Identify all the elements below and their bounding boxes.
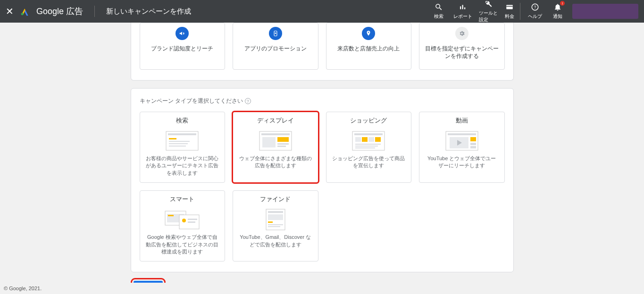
type-desc: YouTube、Gmail、Discover などで広告を配信します — [239, 234, 312, 248]
svg-rect-18 — [277, 137, 289, 142]
svg-rect-41 — [188, 219, 197, 220]
google-ads-logo-icon — [20, 7, 30, 16]
close-icon[interactable]: ✕ — [6, 6, 14, 17]
svg-rect-24 — [362, 137, 368, 142]
type-card-video[interactable]: 動画 YouTube とウェブ全体でユーザーにリーチします — [419, 112, 505, 183]
goal-card-brand-awareness[interactable]: ブランド認知度とリーチ — [140, 23, 226, 70]
type-title: 検索 — [176, 117, 188, 125]
goal-card-no-goal[interactable]: 目標を指定せずにキャンペーンを作成する — [419, 23, 505, 70]
panel-title-row: キャンペーン タイプを選択してください ? — [140, 97, 505, 105]
megaphone-icon — [176, 27, 189, 40]
type-desc: ウェブ全体にさまざまな種類の広告を配信します — [239, 155, 312, 170]
svg-rect-34 — [470, 143, 476, 145]
svg-rect-13 — [169, 143, 188, 144]
header-billing-button[interactable]: 料金 — [504, 3, 520, 20]
svg-rect-2 — [462, 5, 463, 9]
app-download-icon — [269, 27, 282, 40]
type-title: ショッピング — [350, 117, 387, 125]
type-card-smart[interactable]: スマート Google 検索やウェブ全体で自動広告を配信してビジネスの目標達成を… — [140, 190, 226, 261]
svg-rect-10 — [168, 133, 196, 135]
svg-rect-35 — [470, 146, 476, 148]
type-title: ファインド — [260, 196, 291, 204]
type-desc: Google 検索やウェブ全体で自動広告を配信してビジネスの目標達成を図ります — [146, 234, 219, 255]
svg-rect-44 — [268, 211, 283, 213]
type-card-search[interactable]: 検索 お客様の商品やサービスに関心があるユーザーにテキスト広告を表示します — [140, 112, 226, 183]
wrench-icon — [484, 0, 493, 9]
goal-card-app-promotion[interactable]: アプリのプロモーション — [233, 23, 318, 70]
type-card-shopping[interactable]: ショッピング ショッピング広告を使って商品を宣伝します — [326, 112, 412, 183]
svg-rect-47 — [268, 224, 283, 225]
header-help-label: ヘルプ — [528, 13, 542, 20]
svg-rect-23 — [355, 137, 361, 142]
illus-smart-icon — [163, 208, 201, 231]
goal-label: ブランド認知度とリーチ — [151, 45, 213, 53]
goal-label: アプリのプロモーション — [244, 45, 307, 53]
illus-video-icon — [443, 130, 481, 152]
header-tools-label: ツールと 設定 — [479, 10, 498, 23]
svg-rect-11 — [169, 138, 176, 139]
illus-shopping-icon — [350, 130, 387, 152]
svg-rect-4 — [506, 5, 513, 9]
svg-rect-33 — [470, 137, 476, 141]
app-header: ✕ Google 広告 新しいキャンペーンを作成 検索 レポート ツールと 設定… — [0, 0, 644, 23]
brand-label: Google 広告 — [36, 6, 83, 17]
svg-rect-1 — [460, 7, 461, 9]
type-desc: ショッピング広告を使って商品を宣伝します — [332, 155, 406, 170]
chart-icon — [459, 3, 467, 12]
type-desc: お客様の商品やサービスに関心があるユーザーにテキスト広告を表示します — [146, 155, 219, 177]
svg-rect-45 — [268, 214, 283, 220]
svg-rect-25 — [368, 137, 374, 142]
pin-icon — [362, 27, 375, 40]
svg-rect-31 — [448, 133, 476, 135]
svg-rect-19 — [277, 143, 289, 145]
svg-rect-3 — [464, 8, 465, 9]
svg-point-40 — [182, 219, 186, 222]
goal-label: 目標を指定せずにキャンペーンを作成する — [424, 45, 500, 60]
svg-text:?: ? — [534, 5, 536, 9]
svg-rect-38 — [168, 215, 174, 216]
svg-rect-22 — [354, 133, 383, 135]
illus-display-icon — [257, 130, 294, 152]
divider — [94, 6, 95, 17]
type-title: ディスプレイ — [257, 117, 294, 125]
type-title: スマート — [170, 196, 194, 204]
panel-title: キャンペーン タイプを選択してください — [140, 97, 243, 105]
header-notifications-button[interactable]: ! 通知 — [550, 3, 566, 20]
svg-rect-20 — [277, 146, 286, 147]
svg-rect-28 — [355, 146, 378, 147]
svg-point-0 — [21, 13, 24, 15]
type-desc: YouTube とウェブ全体でユーザーにリーチします — [425, 155, 499, 170]
svg-rect-29 — [355, 147, 375, 148]
header-help-button[interactable]: ? ヘルプ — [527, 3, 543, 20]
type-title: 動画 — [456, 117, 468, 125]
help-icon: ? — [531, 3, 539, 12]
svg-rect-12 — [169, 141, 190, 142]
svg-rect-27 — [355, 144, 381, 145]
illus-search-icon — [163, 130, 201, 152]
header-search-button[interactable]: 検索 — [431, 3, 447, 20]
page-title: 新しいキャンペーンを作成 — [106, 7, 191, 16]
help-tooltip-icon[interactable]: ? — [245, 98, 251, 104]
card-icon — [505, 3, 514, 12]
search-icon — [435, 3, 443, 12]
header-notif-label: 通知 — [553, 13, 562, 20]
svg-rect-14 — [169, 146, 186, 147]
goal-card-store-visits[interactable]: 来店数と店舗売上の向上 — [326, 23, 412, 70]
header-billing-label: 料金 — [505, 13, 514, 20]
svg-rect-46 — [268, 221, 273, 223]
svg-rect-26 — [375, 137, 381, 142]
svg-rect-16 — [261, 133, 290, 135]
header-search-label: 検索 — [434, 13, 443, 20]
goal-label: 来店数と店舗売上の向上 — [337, 45, 400, 53]
header-reports-label: レポート — [453, 13, 472, 20]
svg-rect-17 — [262, 137, 276, 147]
footer-copyright: © Google, 2021. — [0, 283, 644, 294]
account-switcher[interactable] — [572, 4, 638, 19]
svg-rect-5 — [506, 6, 513, 7]
svg-rect-48 — [268, 226, 280, 227]
header-tools-settings-button[interactable]: ツールと 設定 — [479, 0, 498, 23]
type-card-display[interactable]: ディスプレイ ウェブ全体にさまざまな種類の広告を配信します — [233, 112, 318, 183]
goals-panel: ブランド認知度とリーチ アプリのプロモーション 来店数と店舗売上の向上 目標を指… — [131, 23, 514, 81]
header-reports-button[interactable]: レポート — [453, 3, 472, 20]
type-card-discovery[interactable]: ファインド YouTube、Gmail、Discover などで広告を配信します — [233, 190, 318, 261]
